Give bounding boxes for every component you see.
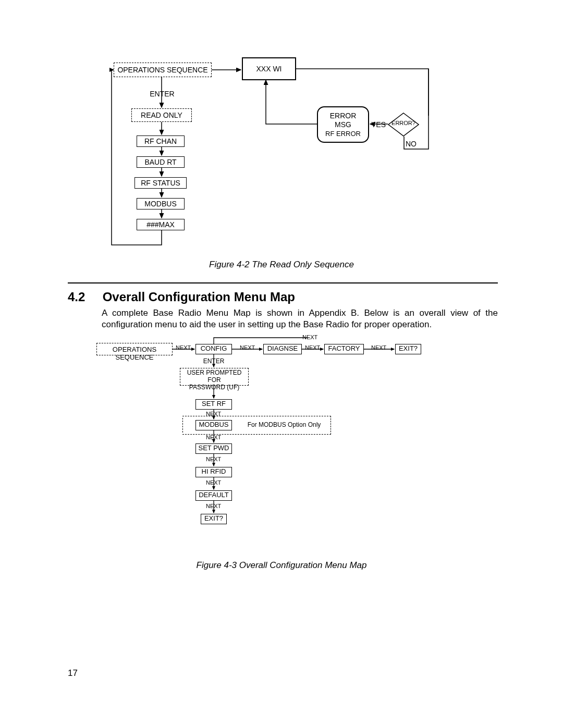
exit-bottom-box: EXIT? [201,514,227,524]
label: ERROR [330,112,357,120]
set-pwd-box: SET PWD [195,443,232,454]
config-box: CONFIG [195,344,232,354]
label: READ ONLY [141,111,182,119]
enter-label: ENTER [202,357,225,365]
hi-rfid-box: HI RFID [195,467,232,477]
label: XXX WI [256,65,282,73]
next-label: NEXT [371,344,386,351]
exit-top-box: EXIT? [395,344,421,354]
label: DEFAULT [199,491,229,499]
label: USER PROMPTED FOR [187,369,242,384]
label: BAUD RT [144,158,176,166]
set-rf-box: SET RF [195,399,232,410]
next-top-label: NEXT [302,334,317,340]
factory-box: FACTORY [324,344,364,354]
modbus-box: MODBUS [195,420,232,430]
default-box: DEFAULT [195,490,232,501]
figure-4-3-arrows [96,337,430,545]
label: EXIT? [204,514,223,522]
baud-rt-box: BAUD RT [137,156,185,168]
label: RF ERROR [325,130,361,138]
no-label: NO [406,140,417,148]
max-count-box: ###MAX [137,219,185,230]
rf-chan-box: RF CHAN [137,135,185,147]
label: ERROR? [388,120,419,126]
error-msg-box: ERROR MSG RF ERROR [317,106,369,143]
figure-4-2-diagram: OPERATIONS SEQUENCE XXX WI ENTER READ ON… [109,56,433,254]
label: CONFIG [201,344,227,352]
operations-sequence-box: OPERATIONS SEQUENCE [96,343,173,355]
password-prompt-box: USER PROMPTED FOR PASSWORD (UF) [180,368,249,386]
label: RF CHAN [144,137,177,145]
label: EXIT? [399,344,418,352]
label: OPERATIONS SEQUENCE [117,66,207,74]
label: DIAGNSE [267,344,298,352]
figure-4-3-caption: Figure 4-3 Overall Configuration Menu Ma… [0,560,563,571]
modbus-box: MODBUS [137,198,185,209]
label: FACTORY [328,344,360,352]
page-number: 17 [68,668,78,678]
next-label: NEXT [176,344,191,351]
label: MODBUS [199,421,228,428]
read-only-box: READ ONLY [131,108,192,122]
page: OPERATIONS SEQUENCE XXX WI ENTER READ ON… [0,0,563,728]
label: OPERATIONS SEQUENCE [113,346,156,361]
next-label: NEXT [206,434,221,440]
label: SET RF [202,400,226,408]
label: HI RFID [202,467,226,475]
section-paragraph: A complete Base Radio Menu Map is shown … [102,307,498,330]
section-heading: 4.2 Overall Configuration Menu Map [68,290,295,304]
next-label: NEXT [206,479,221,486]
modbus-note: For MODBUS Option Only [242,421,326,428]
operations-sequence-box: OPERATIONS SEQUENCE [114,63,212,77]
figure-4-3-diagram: OPERATIONS SEQUENCE NEXT CONFIG NEXT DIA… [96,337,430,545]
section-divider [68,282,498,283]
label: RF STATUS [141,179,180,187]
next-label: NEXT [206,503,221,509]
error-decision-diamond: ERROR? [388,113,419,137]
label: SET PWD [199,444,229,452]
rf-status-box: RF STATUS [134,177,187,189]
section-title: Overall Configuration Menu Map [103,290,295,304]
next-label: NEXT [305,344,320,351]
diagnse-box: DIAGNSE [263,344,302,354]
enter-label: ENTER [146,90,178,98]
section-number: 4.2 [68,290,99,304]
next-label: NEXT [240,344,255,351]
label: PASSWORD (UF) [189,384,239,391]
label: MSG [335,120,351,129]
label: ###MAX [146,220,175,229]
next-label: NEXT [206,456,221,462]
figure-4-2-caption: Figure 4-2 The Read Only Sequence [0,260,563,270]
xxx-wi-box: XXX WI [242,57,296,80]
label: MODBUS [144,200,176,208]
yes-label: YES [371,120,386,129]
